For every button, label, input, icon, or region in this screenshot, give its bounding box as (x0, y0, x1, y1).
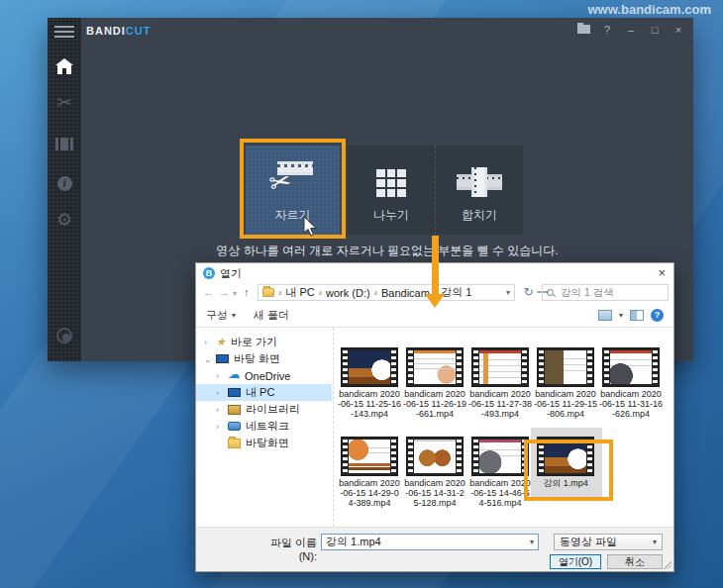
cancel-button[interactable]: 취소 (607, 554, 663, 569)
preview-pane-icon[interactable] (630, 310, 644, 321)
breadcrumb-separator: › (278, 287, 281, 298)
view-thumbnails-icon[interactable] (598, 310, 612, 321)
video-thumbnail (406, 437, 464, 476)
file-item[interactable]: bandicam 2020-06-15 14-31-25-128.mp4 (402, 437, 467, 508)
video-thumbnail (471, 437, 529, 476)
pane-divider[interactable] (333, 328, 334, 527)
resize-grip[interactable] (664, 561, 671, 569)
video-thumbnail (537, 347, 594, 387)
breadcrumb-item-folder[interactable]: 강의 1 (441, 285, 471, 300)
nav-item-my-pc[interactable]: ›내 PC (196, 384, 332, 401)
video-thumbnail (602, 347, 660, 387)
folder-icon (262, 288, 274, 297)
nav-item-desktop-folder[interactable]: 바탕화면 (196, 435, 332, 451)
filetype-select[interactable]: 동영상 파일 ▾ (554, 534, 663, 550)
film-shape (55, 138, 73, 150)
up-icon[interactable]: ↑ (244, 286, 250, 298)
file-item[interactable]: bandicam 2020-06-15 11-31-16-626.mp4 (598, 347, 664, 419)
breadcrumb-item-pc[interactable]: 내 PC (285, 285, 314, 300)
cut-tile[interactable]: ✂ 자르기 (246, 146, 340, 235)
video-thumbnail (341, 347, 398, 387)
join-tile-label: 합치기 (462, 207, 497, 224)
star-icon: ★ (216, 337, 226, 346)
video-thumbnail (471, 347, 529, 387)
join-tile[interactable]: 합치기 (435, 146, 523, 235)
dialog-footer: 파일 이름(N): 강의 1.mp4 ▾ 동영상 파일 ▾ 열기(O) 취소 (196, 527, 673, 571)
breadcrumb-separator: › (434, 287, 437, 298)
app-titlebar: BANDICUT ? – □ × (81, 18, 693, 42)
split-tile-icon (376, 169, 406, 197)
home-icon[interactable] (48, 56, 81, 79)
folder-icon (228, 439, 241, 448)
maximize-icon[interactable]: □ (648, 24, 662, 36)
file-item[interactable]: bandicam 2020-06-15 11-27-38-493.mp4 (467, 347, 533, 419)
file-item[interactable]: bandicam 2020-06-15 14-29-04-389.mp4 (337, 437, 402, 508)
new-folder-button[interactable]: 새 폴더 (254, 308, 289, 323)
view-dropdown-icon[interactable]: ▾ (619, 311, 623, 320)
cut-tile-label: 자르기 (275, 207, 311, 224)
desktop: www.bandicam.com ✂ i ⚙ BANDICUT ? – □ × (0, 0, 723, 588)
close-icon[interactable]: × (671, 24, 685, 36)
info-icon[interactable]: i (48, 172, 81, 192)
cut-tool-icon[interactable]: ✂ (48, 93, 81, 113)
menu-icon[interactable] (54, 26, 74, 41)
filetype-dropdown-icon: ▾ (653, 538, 657, 546)
feature-description: 영상 하나를 여러 개로 자르거나 필요없는 부분을 뺄 수 있습니다. (81, 243, 693, 259)
nav-item-onedrive[interactable]: ›☁OneDrive (196, 367, 332, 384)
search-hint: 강의 1 검색 (561, 286, 614, 300)
join-tile-icon (457, 167, 502, 197)
recent-locations-icon[interactable]: ▾ (233, 289, 237, 298)
monitor-icon (216, 354, 229, 363)
dialog-body: ›★바로 가기 ⌄바탕 화면 ›☁OneDrive ›내 PC ›라이브러리 ›… (196, 327, 673, 527)
open-folder-icon[interactable] (576, 23, 590, 36)
filename-label: 파일 이름(N): (258, 536, 317, 562)
record-icon[interactable] (48, 328, 81, 348)
file-item[interactable]: bandicam 2020-06-15 11-26-19-661.mp4 (402, 347, 467, 419)
toolbar-right-icons: ▾ ? (598, 309, 664, 322)
breadcrumb-item-bandicam[interactable]: Bandicam (381, 287, 430, 299)
organize-button[interactable]: 구성 ▾ (206, 308, 236, 323)
dialog-help-icon[interactable]: ? (651, 309, 664, 322)
search-input[interactable]: 강의 1 검색 (542, 284, 669, 301)
dialog-title: 열기 (220, 266, 242, 281)
help-icon[interactable]: ? (600, 24, 614, 36)
filename-dropdown-icon[interactable]: ▾ (530, 538, 534, 546)
forward-icon[interactable]: → (219, 286, 230, 298)
filename-input[interactable]: 강의 1.mp4 ▾ (321, 534, 539, 550)
organize-dropdown-icon: ▾ (232, 311, 236, 320)
file-item-selected[interactable]: 강의 1.mp4 (533, 437, 598, 508)
refresh-icon[interactable]: ↻ (520, 285, 537, 299)
house-shape (57, 65, 71, 74)
dialog-close-icon[interactable]: × (658, 265, 666, 280)
sidebar: ✂ i ⚙ (48, 18, 81, 361)
video-thumbnail (537, 437, 594, 476)
cut-tile-icon: ✂ (271, 161, 315, 199)
open-button[interactable]: 열기(O) (550, 554, 601, 569)
open-dialog: B 열기 × ← → ▾ ↑ › 내 PC › work (D:) › Band… (195, 262, 674, 572)
video-thumbnail (406, 347, 464, 387)
file-item[interactable]: bandicam 2020-06-15 11-29-15-806.mp4 (533, 347, 598, 419)
file-grid: bandicam 2020-06-15 11-25-16-143.mp4 ban… (337, 347, 673, 508)
address-dropdown-icon[interactable]: ▾ (506, 288, 510, 297)
bandicam-watermark: www.bandicam.com (588, 2, 712, 17)
nav-item-desktop[interactable]: ⌄바탕 화면 (196, 350, 332, 367)
nav-item-network[interactable]: ›네트워크 (196, 418, 332, 435)
split-tile[interactable]: 나누기 (348, 146, 435, 235)
file-item[interactable]: bandicam 2020-06-15 14-46-54-516.mp4 (467, 437, 533, 508)
breadcrumb-separator: › (319, 287, 322, 298)
library-icon (228, 405, 241, 415)
app-title: BANDICUT (86, 25, 151, 37)
nav-item-libraries[interactable]: ›라이브러리 (196, 401, 332, 418)
split-tile-label: 나누기 (373, 207, 409, 224)
minimize-icon[interactable]: – (624, 24, 638, 36)
settings-gear-icon[interactable]: ⚙ (48, 210, 81, 230)
file-item[interactable]: bandicam 2020-06-15 11-25-16-143.mp4 (337, 347, 402, 419)
join-tool-icon[interactable] (48, 134, 81, 155)
back-icon[interactable]: ← (203, 286, 214, 298)
address-bar[interactable]: › 내 PC › work (D:) › Bandicam › 강의 1 ▾ (258, 284, 515, 301)
cloud-icon: ☁ (228, 369, 240, 379)
breadcrumb-separator: › (374, 287, 377, 298)
nav-item-quick-access[interactable]: ›★바로 가기 (196, 334, 332, 350)
dialog-titlebar: B 열기 × (196, 263, 673, 283)
breadcrumb-item-work[interactable]: work (D:) (326, 287, 370, 299)
